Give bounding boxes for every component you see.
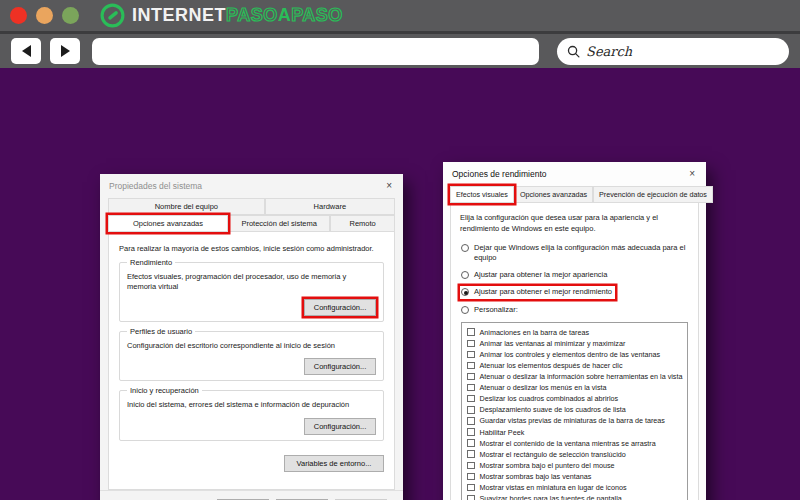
checkbox-icon[interactable] [467,462,475,470]
checkbox-item[interactable]: Mostrar sombra bajo el puntero del mouse [467,460,685,471]
checkbox-icon[interactable] [467,495,475,500]
checkbox-item[interactable]: Suavizar bordes para las fuentes de pant… [467,493,685,500]
checkbox-icon[interactable] [467,484,475,492]
visual-effects-panel: Elija la configuración que desea usar pa… [450,202,699,500]
performance-options-titlebar: Opciones de rendimiento × [443,162,706,184]
checkbox-item[interactable]: Animaciones en la barra de tareas [467,327,685,338]
tab-label: Opciones avanzadas [520,190,587,199]
system-properties-titlebar: Propiedades del sistema × [100,174,403,196]
close-icon[interactable]: × [687,169,697,179]
tab-efectos-visuales[interactable]: Efectos visuales [450,186,514,203]
checkbox-icon[interactable] [467,328,475,336]
radio-mejor-rendimiento[interactable]: Ajustar para obtener el mejor rendimient… [460,286,615,298]
checkbox-item[interactable]: Guardar vistas previas de miniaturas de … [467,415,685,426]
logo-text: INTERNETPASOAPASO [132,5,343,26]
tab-label: Protección del sistema [241,219,316,228]
traffic-light-close-icon[interactable] [10,7,27,24]
system-properties-dialog: Propiedades del sistema × Nombre del equ… [100,174,403,500]
environment-variables-button[interactable]: Variables de entorno... [284,455,384,472]
startup-recovery-settings-button[interactable]: Configuración... [304,418,376,435]
checkbox-icon[interactable] [467,450,475,458]
radio-personalizar[interactable]: Personalizar: [460,304,521,316]
checkbox-label: Mostrar sombra bajo el puntero del mouse [480,461,615,470]
tab-hardware[interactable]: Hardware [265,198,395,215]
checkbox-label: Animar las ventanas al minimizar y maxim… [480,339,626,348]
radio-mejor-apariencia[interactable]: Ajustar para obtener la mejor apariencia [460,269,610,281]
checkbox-item[interactable]: Animar los controles y elementos dentro … [467,349,685,360]
tab-nombre-del-equipo[interactable]: Nombre del equipo [108,198,265,215]
checkbox-label: Mostrar el contenido de la ventana mient… [480,439,656,448]
visual-effects-intro-text: Elija la configuración que desea usar pa… [460,213,689,234]
checkbox-icon[interactable] [467,428,475,436]
checkbox-label: Animaciones en la barra de tareas [480,328,589,337]
checkbox-label: Mostrar el rectángulo de selección trans… [480,450,626,459]
forward-icon [61,45,70,57]
checkbox-icon[interactable] [467,373,475,381]
checkbox-item[interactable]: Deslizar los cuadros combinados al abrir… [467,393,685,404]
checkbox-item[interactable]: Mostrar el rectángulo de selección trans… [467,449,685,460]
advanced-tab-panel: Para realizar la mayoría de estos cambio… [108,231,395,490]
group-description: Efectos visuales, programación del proce… [127,272,376,292]
logo-word-paso1: PASO [226,5,278,26]
checkbox-label: Mostrar sombras bajo las ventanas [480,472,592,481]
dialog-title: Opciones de rendimiento [452,169,547,179]
performance-settings-button[interactable]: Configuración... [304,299,376,316]
tab-label: Efectos visuales [456,190,508,199]
traffic-light-minimize-icon[interactable] [36,7,53,24]
radio-label: Ajustar para obtener el mejor rendimient… [474,287,612,297]
radio-label: Ajustar para obtener la mejor apariencia [474,270,607,280]
checkbox-item[interactable]: Atenuar o deslizar los menús en la vista [467,382,685,393]
close-icon[interactable]: × [384,181,394,191]
checkbox-item[interactable]: Mostrar sombras bajo las ventanas [467,471,685,482]
checkbox-item[interactable]: Atenuar o deslizar la información sobre … [467,371,685,382]
visual-effects-checkbox-list[interactable]: Animaciones en la barra de tareas Animar… [461,322,688,500]
forward-button[interactable] [50,38,80,64]
checkbox-label: Mostrar vistas en miniatura en lugar de … [480,483,627,492]
checkbox-item[interactable]: Animar las ventanas al minimizar y maxim… [467,338,685,349]
checkbox-icon[interactable] [467,406,475,414]
tab-opciones-avanzadas[interactable]: Opciones avanzadas [108,215,228,232]
checkbox-icon[interactable] [467,340,475,348]
search-box[interactable] [557,38,789,65]
checkbox-icon[interactable] [467,417,475,425]
logo-word-internet: INTERNET [132,5,226,26]
back-button[interactable] [11,38,41,64]
radio-label: Dejar que Windows elija la configuración… [474,243,688,263]
group-description: Configuración del escritorio correspondi… [127,341,376,351]
radio-windows-elige[interactable]: Dejar que Windows elija la configuración… [460,242,691,264]
address-bar-input[interactable] [92,38,539,65]
tab-label: Hardware [314,202,347,211]
inicio-recuperacion-group: Inicio y recuperación Inicio del sistema… [119,390,384,440]
site-logo: INTERNETPASOAPASO [100,3,343,28]
checkbox-icon[interactable] [467,439,475,447]
group-label: Rendimiento [127,258,175,267]
user-profiles-settings-button[interactable]: Configuración... [304,358,376,375]
performance-options-tabs: Efectos visuales Opciones avanzadas Prev… [450,186,699,203]
checkbox-label: Animar los controles y elementos dentro … [480,350,661,359]
checkbox-item[interactable]: Mostrar el contenido de la ventana mient… [467,438,685,449]
tab-prevencion-ejecucion-datos[interactable]: Prevención de ejecución de datos [593,186,713,203]
dialog-title: Propiedades del sistema [109,181,202,191]
group-description: Inicio del sistema, errores del sistema … [127,400,376,410]
checkbox-item[interactable]: Atenuar los elementos después de hacer c… [467,360,685,371]
tab-opciones-avanzadas-rendimiento[interactable]: Opciones avanzadas [514,186,593,203]
search-input[interactable] [586,44,779,59]
system-properties-footer: Aceptar Cancelar Aplicar [100,490,403,500]
tab-proteccion-del-sistema[interactable]: Protección del sistema [228,215,330,232]
checkbox-icon[interactable] [467,362,475,370]
checkbox-item[interactable]: Mostrar vistas en miniatura en lugar de … [467,482,685,493]
checkbox-icon[interactable] [467,473,475,481]
radio-label: Personalizar: [474,305,518,315]
checkbox-icon[interactable] [467,395,475,403]
checkbox-item[interactable]: Desplazamiento suave de los cuadros de l… [467,404,685,415]
browser-titlebar: INTERNETPASOAPASO [0,0,800,34]
tab-label: Nombre del equipo [155,202,218,211]
checkbox-label: Guardar vistas previas de miniaturas de … [480,416,665,425]
tab-remoto[interactable]: Remoto [330,215,395,232]
checkbox-item[interactable]: Habilitar Peek [467,426,685,437]
checkbox-label: Atenuar o deslizar los menús en la vista [480,383,607,392]
checkbox-icon[interactable] [467,351,475,359]
traffic-light-maximize-icon[interactable] [62,7,79,24]
checkbox-icon[interactable] [467,384,475,392]
logo-word-paso2: PASO [291,5,343,26]
